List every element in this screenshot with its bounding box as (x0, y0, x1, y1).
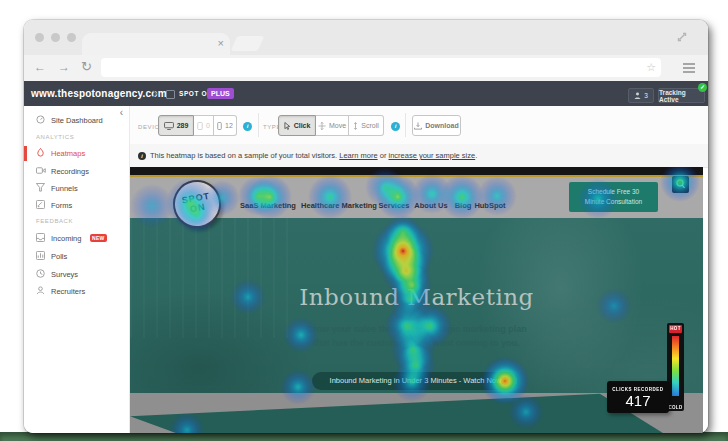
clicks-recorded-value: 417 (607, 392, 669, 409)
sidebar-item-label: Recordings (51, 167, 89, 176)
active-indicator (24, 146, 27, 161)
cursor-icon (284, 122, 291, 130)
page: × ← → ↻ ☆ www.thespotonagency.com (0, 0, 728, 441)
sidebar-item-label: Heatmaps (51, 149, 85, 158)
download-icon (414, 122, 422, 130)
sidebar-item-label: Polls (51, 252, 67, 261)
members-button[interactable]: 3 (628, 88, 654, 103)
url-input[interactable]: ☆ (101, 58, 661, 77)
download-button[interactable]: Download (412, 115, 461, 136)
sidebar-item-incoming[interactable]: Incoming NEW (24, 232, 130, 246)
legend-gradient (672, 336, 679, 396)
sidebar-item-label: Surveys (51, 270, 78, 279)
heat-scale-legend: HOT COLD (667, 323, 684, 411)
sidebar-item-recordings[interactable]: Recordings (24, 165, 130, 179)
sidebar-item-label: Recruiters (51, 287, 85, 296)
forward-icon[interactable]: → (58, 60, 70, 74)
sidebar-item-surveys[interactable]: Surveys (24, 268, 130, 282)
tracking-status-label: Tracking Active (659, 89, 704, 103)
browser-window: × ← → ↻ ☆ www.thespotonagency.com (24, 20, 708, 433)
new-tab-button[interactable] (231, 36, 265, 51)
refresh-icon[interactable]: ↻ (81, 59, 92, 74)
tracking-active-check-icon: ✓ (698, 83, 707, 92)
type-info-icon[interactable]: i (391, 122, 400, 131)
expand-icon[interactable] (674, 29, 690, 45)
form-icon (36, 200, 45, 209)
type-segmented-control: Click Move Scroll (278, 115, 384, 136)
sidebar: ‹ Site Dashboard ANALYTICS Heatmaps (24, 106, 130, 433)
sidebar-item-label: Funnels (51, 184, 78, 193)
sidebar-item-polls[interactable]: Polls (24, 250, 130, 264)
browser-tab[interactable]: × (82, 33, 230, 55)
tablet-count: 0 (206, 122, 210, 129)
device-mobile-button[interactable]: 12 (214, 115, 237, 136)
notice-period: . (475, 151, 477, 160)
move-arrows-icon (318, 122, 326, 130)
new-badge: NEW (90, 234, 107, 242)
learn-more-link[interactable]: Learn more (339, 151, 377, 160)
sidebar-item-label: Site Dashboard (51, 116, 103, 125)
heatmap-viewport[interactable]: SaaS Marketing Healthcare Marketing Serv… (130, 167, 703, 433)
device-desktop-button[interactable]: 289 (158, 115, 194, 136)
app-toolbar: www.thespotonagency.com › SPOT ON PLUS 3… (24, 81, 708, 106)
tracking-status-button[interactable]: Tracking Active (658, 88, 705, 103)
notice-text: This heatmap is based on a sample of you… (150, 151, 339, 160)
tablet-icon (197, 122, 203, 130)
window-control-dot[interactable] (67, 33, 76, 42)
sidebar-item-label: Incoming (51, 234, 81, 243)
desktop-icon (164, 122, 174, 130)
address-bar: ← → ↻ ☆ (24, 55, 708, 81)
device-segmented-control: 289 0 12 (158, 115, 237, 136)
device-tablet-button[interactable]: 0 (194, 115, 214, 136)
mobile-icon (217, 122, 222, 130)
sidebar-item-recruiters[interactable]: Recruiters (24, 285, 130, 299)
tab-strip: × (24, 20, 708, 55)
legend-cold-label: COLD (667, 405, 684, 410)
type-click-button[interactable]: Click (278, 115, 316, 136)
sample-notice-text: This heatmap is based on a sample of you… (150, 144, 477, 167)
tab-close-icon[interactable]: × (218, 36, 224, 50)
sidebar-item-site-dashboard[interactable]: Site Dashboard (24, 114, 130, 128)
increase-sample-link[interactable]: increase your sample size (388, 151, 475, 160)
window-control-dot[interactable] (51, 33, 60, 42)
bookmark-star-icon[interactable]: ☆ (646, 61, 656, 74)
device-info-icon[interactable]: i (243, 122, 252, 131)
window-control-dot[interactable] (35, 33, 44, 42)
download-label: Download (425, 122, 458, 129)
flame-icon (36, 148, 45, 157)
desktop-count: 289 (177, 122, 189, 129)
heatmap-controls-bar: DEVICE 289 0 (130, 106, 708, 145)
back-icon[interactable]: ← (34, 60, 46, 74)
type-scroll-label: Scroll (361, 122, 379, 129)
site-icon (166, 90, 175, 99)
tracked-site-url[interactable]: www.thespotonagency.com (31, 81, 167, 106)
person-icon (634, 92, 641, 99)
sidebar-section-analytics: ANALYTICS (36, 134, 74, 140)
notice-or: or (378, 151, 389, 160)
browser-menu-icon[interactable] (683, 63, 695, 76)
type-move-label: Move (329, 122, 346, 129)
video-camera-icon (36, 166, 46, 175)
sidebar-item-label: Forms (51, 201, 72, 210)
breadcrumb-chevron-icon: › (152, 83, 158, 103)
main-panel: DEVICE 289 0 (130, 106, 708, 433)
recruiter-person-icon (36, 286, 45, 295)
sidebar-item-heatmaps[interactable]: Heatmaps (24, 147, 130, 161)
sidebar-item-funnels[interactable]: Funnels (24, 182, 130, 196)
mobile-count: 12 (225, 122, 233, 129)
legend-hot-label: HOT (669, 325, 682, 333)
type-move-button[interactable]: Move (316, 115, 349, 136)
poll-chart-icon (36, 251, 45, 260)
sample-notice-bar: i This heatmap is based on a sample of y… (130, 144, 708, 168)
survey-clock-icon (36, 269, 45, 278)
clicks-recorded-badge: CLICKS RECORDED 417 (607, 381, 669, 413)
type-click-label: Click (294, 122, 311, 129)
members-count: 3 (644, 92, 648, 99)
sidebar-item-forms[interactable]: Forms (24, 199, 130, 213)
sidebar-section-feedback: FEEDBACK (36, 218, 73, 224)
divider (405, 113, 406, 137)
type-scroll-button[interactable]: Scroll (349, 115, 384, 136)
inbox-icon (36, 233, 45, 242)
dashboard-gauge-icon (36, 115, 45, 124)
info-icon: i (138, 152, 146, 160)
